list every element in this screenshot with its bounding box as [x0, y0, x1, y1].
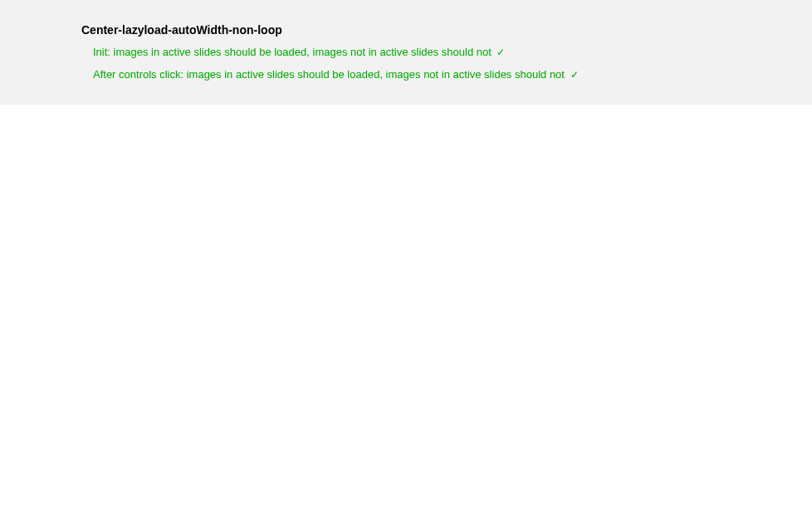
test-suite-title: Center-lazyload-autoWidth-non-loop: [81, 23, 812, 37]
checkmark-icon: ✓: [496, 46, 505, 60]
test-results-list: Init: images in active slides should be …: [81, 45, 812, 82]
test-results-panel: Center-lazyload-autoWidth-non-loop Init:…: [0, 0, 812, 105]
test-result-item: Init: images in active slides should be …: [93, 45, 812, 60]
test-result-text: Init: images in active slides should be …: [93, 46, 492, 58]
checkmark-icon: ✓: [570, 68, 579, 82]
test-result-item: After controls click: images in active s…: [93, 67, 812, 82]
test-result-text: After controls click: images in active s…: [93, 68, 565, 81]
